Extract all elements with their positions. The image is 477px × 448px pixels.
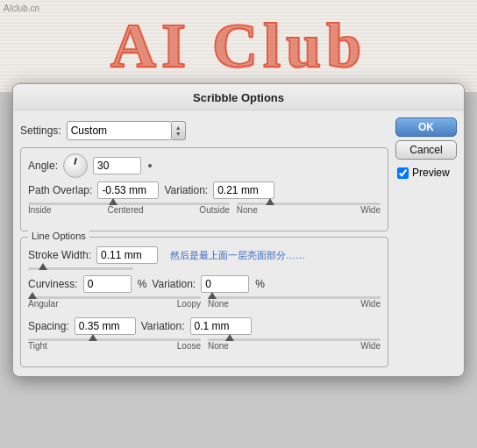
- curviness-variation-unit: %: [255, 278, 265, 290]
- inside-label: Inside: [28, 205, 52, 215]
- none-label-2: None: [208, 299, 229, 309]
- preview-row: Preview: [395, 167, 457, 179]
- curviness-var-thumb[interactable]: [208, 292, 217, 299]
- spacing-sliders: Tight Loose None Wide: [28, 338, 381, 359]
- path-variation-slider-container: None Wide: [237, 203, 381, 218]
- centered-label: Centered: [107, 205, 143, 215]
- curviness-slider-labels: Angular Loopy: [28, 299, 201, 309]
- path-overlap-row: Path Overlap: Variation:: [28, 181, 381, 199]
- wide-label-2: Wide: [360, 299, 381, 309]
- stroke-width-track[interactable]: [28, 267, 133, 270]
- angle-row: Angle:: [28, 153, 381, 178]
- stroke-width-input[interactable]: [96, 246, 158, 264]
- angle-input[interactable]: [93, 157, 141, 174]
- path-overlap-track[interactable]: [28, 203, 230, 205]
- watermark: AIclub.cn: [4, 4, 39, 13]
- path-variation-thumb[interactable]: [266, 198, 274, 205]
- curviness-variation-input[interactable]: [201, 275, 249, 293]
- angular-label: Angular: [28, 299, 58, 309]
- banner-text: AI Club: [110, 10, 367, 82]
- path-overlap-thumb[interactable]: [109, 198, 117, 205]
- wide-label-1: Wide: [360, 205, 381, 215]
- banner: AIclub.cn AI Club: [0, 0, 477, 92]
- dialog-body: Settings: Custom ▲▼ Angle:: [13, 110, 464, 367]
- curviness-input[interactable]: [83, 275, 132, 293]
- none-label-3: None: [208, 341, 229, 351]
- wide-label-3: Wide: [360, 341, 381, 351]
- stroke-width-row: Stroke Width: 然后是最上面一层亮面部分……: [28, 246, 381, 264]
- dialog-buttons: OK Cancel Preview: [395, 117, 457, 367]
- spacing-slider-container: Tight Loose: [28, 338, 201, 354]
- spacing-var-slider-labels: None Wide: [208, 341, 381, 351]
- curviness-unit: %: [138, 278, 147, 290]
- spacing-var-slider-container: None Wide: [208, 338, 381, 354]
- path-overlap-sliders: Inside Centered Outside None Wide: [28, 203, 381, 224]
- stroke-width-thumb[interactable]: [39, 263, 47, 270]
- stroke-width-annotation: 然后是最上面一层亮面部分……: [170, 249, 305, 262]
- settings-row: Settings: Custom ▲▼: [20, 121, 388, 140]
- curviness-row: Curviness: % Variation: %: [28, 275, 381, 293]
- path-variation-track[interactable]: [237, 203, 381, 205]
- path-overlap-variation-input[interactable]: [213, 181, 274, 199]
- curviness-label: Curviness:: [28, 278, 78, 290]
- path-overlap-input[interactable]: [97, 181, 159, 199]
- line-options-section: Line Options Stroke Width: 然后是最上面一层亮面部分……: [20, 237, 388, 367]
- spacing-variation-label: Variation:: [141, 320, 185, 332]
- preview-checkbox[interactable]: [397, 167, 409, 179]
- curviness-thumb[interactable]: [28, 292, 37, 299]
- path-overlap-slider-container: Inside Centered Outside: [28, 203, 230, 218]
- loopy-label: Loopy: [177, 299, 201, 309]
- curviness-sliders: Angular Loopy None Wide: [28, 296, 381, 317]
- stroke-width-label: Stroke Width:: [28, 249, 91, 261]
- angle-label: Angle:: [28, 160, 58, 172]
- ok-button[interactable]: OK: [395, 117, 457, 137]
- dialog-main: Settings: Custom ▲▼ Angle:: [20, 117, 388, 367]
- stroke-width-slider-container: [28, 267, 133, 270]
- angle-knob[interactable]: [63, 153, 88, 178]
- angle-dot: [148, 164, 152, 167]
- line-options-label: Line Options: [28, 231, 89, 241]
- path-overlap-slider-labels: Inside Centered Outside: [28, 205, 230, 215]
- spacing-slider-labels: Tight Loose: [28, 341, 201, 351]
- spacing-thumb[interactable]: [89, 334, 97, 341]
- path-overlap-label: Path Overlap:: [28, 184, 92, 196]
- spacing-var-thumb[interactable]: [225, 334, 234, 341]
- curviness-var-slider-labels: None Wide: [208, 299, 381, 309]
- settings-label: Settings:: [20, 124, 61, 137]
- cancel-button[interactable]: Cancel: [395, 140, 457, 160]
- spacing-input[interactable]: [75, 317, 136, 335]
- variation-label: Variation:: [164, 184, 208, 196]
- spacing-row: Spacing: Variation:: [28, 317, 381, 335]
- spacing-track[interactable]: [28, 338, 201, 341]
- spacing-var-track[interactable]: [208, 338, 381, 341]
- top-section: Angle: Path Overlap: Variation:: [20, 147, 388, 231]
- preview-label[interactable]: Preview: [412, 167, 450, 179]
- curviness-var-track[interactable]: [208, 296, 381, 299]
- dialog-title: Scribble Options: [13, 84, 464, 110]
- outside-label: Outside: [199, 205, 229, 215]
- none-label-1: None: [237, 205, 258, 215]
- scribble-options-dialog: Scribble Options Settings: Custom ▲▼ Ang…: [12, 83, 465, 377]
- loose-label: Loose: [177, 341, 201, 351]
- curviness-var-slider-container: None Wide: [208, 296, 381, 312]
- curviness-track[interactable]: [28, 296, 201, 299]
- settings-select-wrapper[interactable]: Custom ▲▼: [67, 121, 186, 140]
- path-variation-slider-labels: None Wide: [237, 205, 381, 215]
- curviness-slider-container: Angular Loopy: [28, 296, 201, 312]
- spacing-variation-input[interactable]: [190, 317, 252, 335]
- settings-select[interactable]: Custom: [67, 121, 172, 140]
- settings-select-arrows[interactable]: ▲▼: [172, 121, 186, 140]
- curviness-variation-label: Variation:: [152, 278, 196, 290]
- spacing-label: Spacing:: [28, 320, 69, 332]
- tight-label: Tight: [28, 341, 47, 351]
